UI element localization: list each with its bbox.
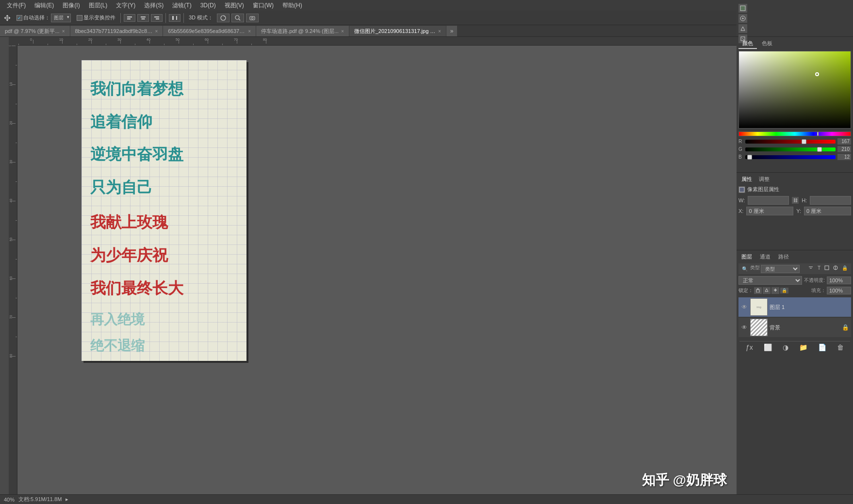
lock-row: 锁定： 🔒 填充： bbox=[738, 287, 851, 294]
tabs-more-btn[interactable]: » bbox=[446, 26, 458, 36]
menu-3d[interactable]: 3D(D) bbox=[197, 1, 220, 10]
layer-bg-thumb bbox=[750, 319, 768, 336]
w-input[interactable] bbox=[748, 196, 789, 205]
tab-0[interactable]: pdf @ 7.97% (更新平... × bbox=[0, 26, 70, 36]
paper-line-9: 绝不退缩 bbox=[90, 338, 145, 354]
paper-line-1: 我们向着梦想 bbox=[90, 80, 183, 98]
lock-label: 锁定： bbox=[738, 287, 753, 294]
adjustment-btn[interactable]: ◑ bbox=[783, 343, 788, 351]
layer-filter-btn-3[interactable] bbox=[823, 265, 831, 273]
layer-item-1[interactable]: 👁 img 图层 1 bbox=[738, 297, 851, 317]
main-toolbar: ✓ 自动选择： 图层 ▾ 显示变换控件 3D 模式： bbox=[0, 11, 853, 25]
add-style-btn[interactable]: ƒx bbox=[746, 343, 753, 351]
lock-all-btn[interactable]: 🔒 bbox=[780, 288, 788, 293]
props-tab-attr[interactable]: 属性 bbox=[738, 175, 755, 184]
color-panel: 颜色 色板 R 167 G 210 B bbox=[737, 37, 853, 173]
panel-icon-2[interactable] bbox=[738, 14, 747, 23]
tab-1-close[interactable]: × bbox=[155, 29, 158, 34]
r-slider[interactable] bbox=[745, 140, 836, 144]
group-btn[interactable]: 📁 bbox=[799, 343, 807, 351]
new-layer-btn[interactable]: 📄 bbox=[818, 343, 826, 351]
layer-filter-btn-2[interactable]: T bbox=[816, 265, 822, 273]
menu-text[interactable]: 文字(Y) bbox=[112, 0, 139, 11]
menu-bar: 文件(F) 编辑(E) 图像(I) 图层(L) 文字(Y) 选择(S) 滤镜(T… bbox=[0, 0, 853, 11]
canvas-area[interactable]: 我们向着梦想 追着信仰 逆境中奋羽盘 只为自己 我献上玫瑰 为少年庆祝 我们最终… bbox=[9, 46, 737, 494]
tab-2[interactable]: 65b55669e5e8395ea9d686378ac2698.png × bbox=[163, 26, 256, 36]
rotate-btn[interactable] bbox=[217, 14, 230, 22]
r-label: R bbox=[738, 139, 743, 144]
tab-3[interactable]: 停车场道路.pdf @ 9.24% (图层... × bbox=[256, 26, 349, 36]
tab-swatches[interactable]: 色板 bbox=[758, 39, 776, 49]
b-slider[interactable] bbox=[745, 155, 836, 159]
layer-1-visibility-icon[interactable]: 👁 bbox=[740, 304, 748, 310]
svg-line-10 bbox=[239, 19, 240, 20]
menu-image[interactable]: 图像(I) bbox=[59, 0, 83, 11]
bottom-arrow[interactable]: ▸ bbox=[66, 496, 68, 503]
x-input[interactable] bbox=[746, 207, 793, 215]
cam-btn[interactable] bbox=[246, 14, 259, 22]
fill-label: 填充： bbox=[811, 287, 826, 294]
tab-0-close[interactable]: × bbox=[62, 29, 65, 34]
blend-mode-select[interactable]: 正常 bbox=[738, 276, 802, 285]
add-mask-btn[interactable]: ⬜ bbox=[764, 343, 772, 351]
tab-layers[interactable]: 图层 bbox=[738, 252, 755, 261]
tab-color[interactable]: 颜色 bbox=[738, 39, 757, 49]
toolbar-sep-1 bbox=[120, 13, 121, 23]
show-transform-check[interactable]: 显示变换控件 bbox=[75, 13, 117, 22]
menu-filter[interactable]: 滤镜(T) bbox=[168, 0, 195, 11]
props-tab-adjust[interactable]: 调整 bbox=[756, 175, 772, 184]
fill-input[interactable] bbox=[827, 287, 851, 294]
filter-dropdown[interactable]: 类型 bbox=[761, 265, 800, 273]
distribute-btn[interactable] bbox=[169, 14, 180, 22]
menu-select[interactable]: 选择(S) bbox=[140, 0, 167, 11]
r-value: 167 bbox=[837, 138, 851, 145]
g-slider[interactable] bbox=[745, 147, 836, 151]
tab-paths[interactable]: 路径 bbox=[775, 252, 792, 261]
align-right-btn[interactable] bbox=[151, 14, 163, 22]
zoom-btn[interactable] bbox=[231, 14, 244, 22]
align-center-btn[interactable] bbox=[137, 14, 149, 22]
layer-filter-btn-4[interactable] bbox=[832, 265, 839, 273]
link-icon[interactable]: ⛓ bbox=[792, 197, 799, 204]
tab-3-close[interactable]: × bbox=[341, 29, 344, 34]
hue-slider[interactable] bbox=[738, 131, 851, 136]
delete-layer-btn[interactable]: 🗑 bbox=[837, 343, 844, 351]
color-picker[interactable] bbox=[738, 51, 851, 129]
menu-layer[interactable]: 图层(L) bbox=[85, 0, 112, 11]
h-input[interactable] bbox=[810, 196, 851, 205]
paper-line-5: 我献上玫瑰 bbox=[90, 213, 168, 231]
tab-2-close[interactable]: × bbox=[248, 29, 251, 34]
b-slider-row: B 12 bbox=[738, 154, 851, 160]
layer-filter-btn-1[interactable] bbox=[806, 265, 815, 273]
menu-window[interactable]: 窗口(W) bbox=[249, 0, 278, 11]
opacity-input[interactable] bbox=[827, 276, 851, 284]
b-label: B bbox=[738, 154, 743, 160]
menu-file[interactable]: 文件(F) bbox=[3, 0, 30, 11]
menu-view[interactable]: 视图(V) bbox=[221, 0, 248, 11]
tab-4[interactable]: 微信图片_20210906131317.jpg @ 40% (图层 1, RGB… bbox=[349, 26, 446, 36]
r-slider-row: R 167 bbox=[738, 138, 851, 145]
bottom-bar: 40% 文档:5.91M/11.8M ▸ bbox=[0, 494, 853, 504]
menu-edit[interactable]: 编辑(E) bbox=[31, 0, 58, 11]
y-input[interactable] bbox=[804, 207, 851, 215]
layers-search-icon[interactable]: 🔍 bbox=[740, 266, 749, 272]
auto-select-type[interactable]: 图层 ▾ bbox=[51, 14, 71, 22]
panel-icon-1[interactable] bbox=[738, 4, 747, 13]
lock-transparent-btn[interactable] bbox=[754, 287, 762, 294]
panel-icon-3[interactable] bbox=[738, 24, 747, 33]
layer-filter-btn-5[interactable]: 🔒 bbox=[840, 265, 849, 273]
g-value: 210 bbox=[837, 146, 851, 152]
tab-4-close[interactable]: × bbox=[438, 29, 441, 34]
layer-bg-visibility-icon[interactable]: 👁 bbox=[740, 324, 748, 331]
tab-1[interactable]: 8bec3437b771192adbdf9b2c8895fbd9e1039b22… bbox=[70, 26, 164, 36]
auto-select-checkbox[interactable]: ✓ 自动选择： 图层 ▾ bbox=[15, 13, 73, 23]
align-left-btn[interactable] bbox=[124, 14, 135, 22]
tab-channels[interactable]: 通道 bbox=[757, 252, 773, 261]
lock-position-btn[interactable] bbox=[771, 287, 779, 294]
layer-item-bg[interactable]: 👁 背景 🔒 bbox=[738, 318, 851, 337]
lock-pixels-btn[interactable] bbox=[763, 287, 771, 294]
svg-point-12 bbox=[251, 17, 253, 19]
menu-help[interactable]: 帮助(H) bbox=[279, 0, 306, 11]
paper-line-3: 逆境中奋羽盘 bbox=[90, 145, 183, 163]
doc-info: 文档:5.91M/11.8M bbox=[18, 496, 62, 503]
